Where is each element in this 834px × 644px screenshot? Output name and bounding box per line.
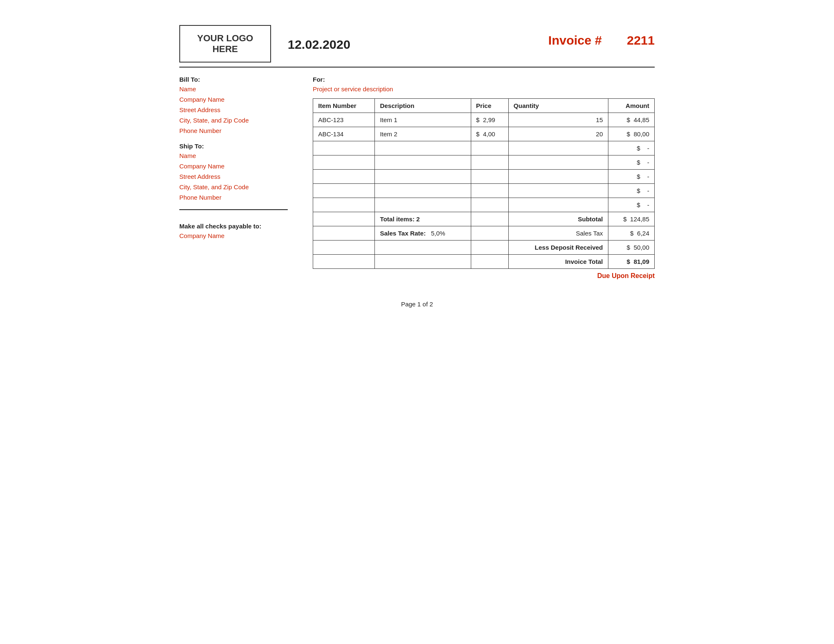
- table-row: $ -: [313, 141, 655, 155]
- ship-to-section: Ship To: Name Company Name Street Addres…: [179, 143, 296, 201]
- header-divider: [179, 67, 655, 68]
- ship-to-city: City, State, and Zip Code: [179, 183, 296, 190]
- invoice-total-label: Invoice Total: [508, 255, 608, 269]
- total-items-empty-1: [313, 212, 375, 226]
- invoice-date: 12.02.2020: [288, 38, 404, 52]
- due-receipt: Due Upon Receipt: [313, 272, 655, 280]
- sales-tax-rate-section: Sales Tax Rate: 5,0%: [375, 226, 471, 241]
- right-column: For: Project or service description Item…: [313, 76, 655, 280]
- for-label: For:: [313, 76, 655, 83]
- table-row: $ -: [313, 198, 655, 212]
- deposit-label: Less Deposit Received: [508, 241, 608, 255]
- invoice-number: 2211: [627, 33, 655, 48]
- invoice-total-empty-2: [375, 255, 471, 269]
- totals-row: Total items: 2 Subtotal $ 124,85: [313, 212, 655, 226]
- invoice-total-value: $ 81,09: [608, 255, 654, 269]
- col-amount: Amount: [608, 99, 654, 113]
- project-description: Project or service description: [313, 85, 655, 93]
- bill-to-street: Street Address: [179, 106, 296, 113]
- invoice-number-section: Invoice # 2211: [421, 25, 655, 48]
- col-item-number: Item Number: [313, 99, 375, 113]
- deposit-empty-1: [313, 241, 375, 255]
- checks-section: Make all checks payable to: Company Name: [179, 223, 296, 239]
- sales-tax-empty-1: [313, 226, 375, 241]
- invoice-table: Item Number Description Price Quantity A…: [313, 98, 655, 269]
- page-number: Page 1 of 2: [401, 301, 433, 308]
- sales-tax-row: Sales Tax Rate: 5,0% Sales Tax $ 6,24: [313, 226, 655, 241]
- ship-to-name: Name: [179, 152, 296, 159]
- logo-box: YOUR LOGO HERE: [179, 25, 271, 63]
- bill-to-phone: Phone Number: [179, 127, 296, 134]
- sales-tax-rate-label: Sales Tax Rate:: [380, 230, 426, 237]
- bill-to-label: Bill To:: [179, 76, 296, 83]
- table-row: $ -: [313, 184, 655, 198]
- ship-to-phone: Phone Number: [179, 194, 296, 201]
- deposit-empty-2: [375, 241, 471, 255]
- short-divider: [179, 209, 288, 210]
- deposit-row: Less Deposit Received $ 50,00: [313, 241, 655, 255]
- sales-tax-label: Sales Tax: [508, 226, 608, 241]
- logo-text: YOUR LOGO HERE: [197, 33, 253, 55]
- subtotal-label: Subtotal: [508, 212, 608, 226]
- table-row: ABC-123Item 1$ 2,9915$ 44,85: [313, 113, 655, 127]
- invoice-label: Invoice #: [548, 33, 602, 48]
- ship-to-label: Ship To:: [179, 143, 296, 150]
- table-row: $ -: [313, 170, 655, 184]
- bill-to-city: City, State, and Zip Code: [179, 117, 296, 124]
- col-quantity: Quantity: [508, 99, 608, 113]
- header: YOUR LOGO HERE 12.02.2020 Invoice # 2211: [179, 25, 655, 63]
- deposit-empty-3: [471, 241, 508, 255]
- ship-to-company: Company Name: [179, 163, 296, 170]
- invoice-total-empty-3: [471, 255, 508, 269]
- total-items-label: Total items: 2: [375, 212, 471, 226]
- left-column: Bill To: Name Company Name Street Addres…: [179, 76, 296, 243]
- page-footer: Page 1 of 2: [179, 301, 655, 308]
- subtotal-value: $ 124,85: [608, 212, 654, 226]
- invoice-total-empty-1: [313, 255, 375, 269]
- deposit-value: $ 50,00: [608, 241, 654, 255]
- sales-tax-empty-2: [471, 226, 508, 241]
- table-row: ABC-134Item 2$ 4,0020$ 80,00: [313, 127, 655, 141]
- ship-to-street: Street Address: [179, 173, 296, 180]
- col-price: Price: [471, 99, 508, 113]
- main-content: Bill To: Name Company Name Street Addres…: [179, 76, 655, 280]
- sales-tax-value: $ 6,24: [608, 226, 654, 241]
- checks-label: Make all checks payable to:: [179, 223, 296, 230]
- bill-to-name: Name: [179, 85, 296, 93]
- total-items-empty-2: [471, 212, 508, 226]
- bill-to-company: Company Name: [179, 96, 296, 103]
- sales-tax-rate-value: 5,0%: [431, 230, 445, 237]
- checks-company: Company Name: [179, 232, 296, 239]
- col-description: Description: [375, 99, 471, 113]
- invoice-total-row: Invoice Total $ 81,09: [313, 255, 655, 269]
- table-row: $ -: [313, 155, 655, 170]
